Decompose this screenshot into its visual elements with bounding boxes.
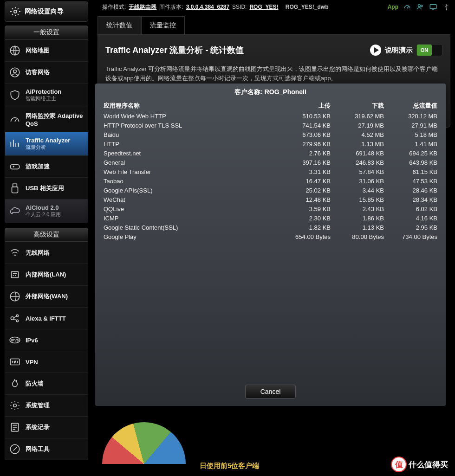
sidebar-item-vpn[interactable]: VPN: [5, 351, 88, 373]
panel-description: Traffic Analyzer 可分析网络流量并将结果以直观的曲线图方式呈现出…: [105, 64, 442, 83]
table-row: Web File Transfer3.31 KB57.84 KB61.15 KB: [104, 167, 437, 176]
svg-point-0: [418, 5, 421, 7]
chart-title: 日使用前5位客户端: [200, 462, 259, 470]
table-body: World Wide Web HTTP510.53 KB319.62 MB320…: [104, 111, 437, 241]
table-row: Google Static Content(SSL)1.82 KB1.13 KB…: [104, 223, 437, 232]
table-row: World Wide Web HTTP510.53 KB319.62 MB320…: [104, 111, 437, 121]
wrench-icon: [9, 443, 21, 455]
speedometer-icon[interactable]: [403, 3, 411, 11]
vpn-icon: [9, 356, 21, 368]
mode-value[interactable]: 无线路由器: [129, 3, 156, 11]
page-title: Traffic Analyzer 流量分析 - 统计数值: [105, 45, 244, 56]
play-icon[interactable]: [370, 45, 381, 56]
gamepad-icon: [9, 161, 21, 173]
cloud-icon: [9, 205, 21, 217]
app-link[interactable]: App: [388, 4, 398, 10]
cancel-button[interactable]: Cancel: [245, 385, 296, 399]
section-advanced: 高级设置: [5, 228, 88, 242]
sidebar-item-network-map[interactable]: 网络地图: [5, 40, 88, 62]
table-row: HTTP Protocol over TLS SSL741.54 KB27.19…: [104, 121, 437, 130]
watermark-text: 什么值得买: [409, 459, 448, 470]
sidebar-item-ipv6[interactable]: IPV6IPv6: [5, 329, 88, 351]
sidebar-item-traffic-analyzer[interactable]: Traffic Analyzer流量分析: [5, 132, 88, 156]
nav-general: 网络地图 访客网络 AiProtection智能网络卫士 网络监控家 Adapt…: [5, 39, 88, 223]
gear-icon: [10, 6, 21, 17]
chart-icon: [9, 138, 21, 150]
users-icon[interactable]: [416, 3, 424, 11]
integrations-icon: [9, 312, 21, 324]
svg-point-14: [16, 320, 18, 322]
tab-traffic-monitor[interactable]: 流量监控: [141, 16, 185, 34]
top5-clients-pie-chart: [102, 404, 186, 464]
sidebar: 网络设置向导 一般设置 网络地图 访客网络 AiProtection智能网络卫士…: [0, 0, 93, 471]
tab-bar: 统计数值 流量监控: [98, 16, 450, 35]
table-row: Google Play654.00 Bytes80.00 Bytes734.00…: [104, 232, 437, 241]
svg-rect-2: [430, 5, 436, 9]
lan-icon: [9, 269, 21, 281]
sidebar-item-adaptive-qos[interactable]: 网络监控家 Adaptive QoS: [5, 107, 88, 132]
fire-icon: [9, 378, 21, 390]
tab-statistics[interactable]: 统计数值: [98, 16, 141, 34]
sidebar-item-wan[interactable]: 外部网络(WAN): [5, 286, 88, 308]
watermark: 值 什么值得买: [391, 457, 448, 472]
gauge-icon: [9, 114, 21, 126]
sidebar-item-usb-app[interactable]: USB 相关应用: [5, 178, 88, 199]
sidebar-item-firewall[interactable]: 防火墙: [5, 373, 88, 395]
sidebar-item-syslog[interactable]: 系统记录: [5, 417, 88, 438]
svg-rect-9: [12, 187, 18, 193]
monitor-icon[interactable]: [429, 3, 437, 11]
top-status-bar: 操作模式: 无线路由器 固件版本: 3.0.0.4.384_6287 SSID:…: [98, 0, 450, 14]
table-row: General397.16 KB246.83 KB643.98 KB: [104, 158, 437, 167]
svg-text:IPV6: IPV6: [11, 338, 19, 342]
svg-point-13: [16, 315, 18, 316]
svg-rect-8: [13, 184, 17, 187]
globe-icon: [9, 290, 21, 302]
sidebar-item-lan[interactable]: 内部网络(LAN): [5, 264, 88, 286]
globe-icon: [9, 45, 21, 57]
usb-icon[interactable]: [442, 3, 450, 11]
ipv6-icon: IPV6: [9, 334, 21, 346]
svg-rect-7: [10, 165, 20, 169]
ssid-label: SSID:: [232, 4, 247, 10]
table-row: ICMP2.30 KB1.86 KB4.16 KB: [104, 213, 437, 223]
sidebar-item-admin[interactable]: 系统管理: [5, 395, 88, 417]
col-download: 下载: [331, 102, 384, 110]
table-row: HTTP279.96 KB1.13 MB1.41 MB: [104, 139, 437, 148]
usb-stick-icon: [9, 182, 21, 194]
svg-point-18: [13, 404, 17, 407]
feature-toggle[interactable]: ON: [416, 44, 442, 56]
table-row: Speedtest.net2.76 KB691.48 KB694.25 KB: [104, 148, 437, 158]
table-header-row: 应用程序名称 上传 下载 总流量值: [104, 100, 437, 111]
modal-title: 客户名称: ROG_PhoneII: [104, 87, 437, 100]
demo-link[interactable]: 说明演示: [385, 46, 413, 55]
sidebar-item-nettools[interactable]: 网络工具: [5, 438, 88, 460]
wifi-icon: [9, 247, 21, 259]
fw-value[interactable]: 3.0.0.4.384_6287: [186, 4, 229, 10]
watermark-badge: 值: [391, 457, 407, 472]
sidebar-item-alexa-ifttt[interactable]: Alexa & IFTTT: [5, 308, 88, 329]
network-wizard-button[interactable]: 网络设置向导: [5, 1, 88, 22]
sidebar-item-wireless[interactable]: 无线网络: [5, 242, 88, 264]
col-total: 总流量值: [384, 102, 437, 110]
section-general: 一般设置: [5, 26, 88, 39]
admin-gear-icon: [9, 399, 21, 412]
sidebar-item-guest-network[interactable]: 访客网络: [5, 62, 88, 84]
table-row: Baidu673.06 KB4.52 MB5.18 MB: [104, 130, 437, 139]
sidebar-item-aiprotection[interactable]: AiProtection智能网络卫士: [5, 84, 88, 107]
svg-rect-10: [11, 272, 18, 278]
ssid-1[interactable]: ROG_YES!: [249, 4, 278, 10]
nav-advanced: 无线网络 内部网络(LAN) 外部网络(WAN) Alexa & IFTTT I…: [5, 242, 88, 460]
svg-point-6: [13, 70, 17, 73]
table-row: WeChat12.48 KB15.85 KB28.34 KB: [104, 195, 437, 204]
sidebar-item-aicloud[interactable]: AiCloud 2.0个人云 2.0 应用: [5, 199, 88, 223]
fw-label: 固件版本:: [159, 3, 183, 11]
table-row: Taobao16.47 KB31.06 KB47.53 KB: [104, 176, 437, 186]
svg-point-3: [14, 10, 17, 13]
app-traffic-modal: 客户名称: ROG_PhoneII 应用程序名称 上传 下载 总流量值 Worl…: [95, 84, 446, 406]
shield-icon: [9, 89, 21, 101]
wizard-label: 网络设置向导: [25, 7, 64, 16]
sidebar-item-game-boost[interactable]: 游戏加速: [5, 156, 88, 178]
col-app: 应用程序名称: [104, 102, 277, 110]
col-upload: 上传: [277, 102, 331, 110]
svg-point-1: [421, 5, 422, 7]
